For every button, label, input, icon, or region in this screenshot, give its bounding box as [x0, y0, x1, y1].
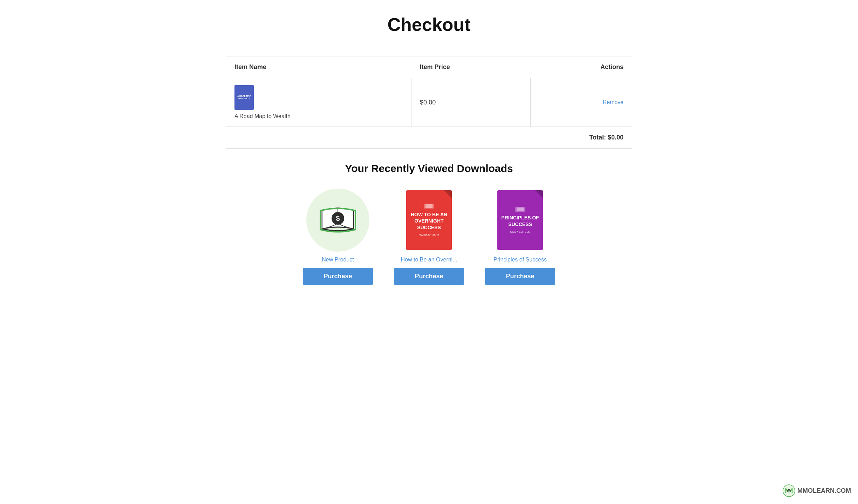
svg-rect-2 [425, 204, 433, 208]
product-card: HOW TO BE AN OVERNIGHT SUCCESS MARIA STU… [394, 189, 464, 285]
product-name-new-product[interactable]: New Product [322, 257, 354, 263]
col-header-actions: Actions [530, 56, 632, 78]
item-title: A Road Map to Wealth [234, 113, 291, 120]
brand-logo-icon2 [517, 207, 524, 211]
product-card: PRINCIPLES OF SUCCESS CODY SOTELO Princi… [485, 189, 555, 285]
book-title-overnight: HOW TO BE AN OVERNIGHT SUCCESS [410, 211, 448, 231]
book-title-principles: PRINCIPLES OF SUCCESS [501, 214, 539, 227]
total-amount: Total: $0.00 [226, 127, 632, 149]
col-header-item-price: Item Price [411, 56, 531, 78]
book-cover-red: HOW TO BE AN OVERNIGHT SUCCESS MARIA STU… [406, 190, 452, 250]
product-image-overnight-success: HOW TO BE AN OVERNIGHT SUCCESS MARIA STU… [397, 189, 461, 252]
svg-rect-3 [517, 207, 524, 211]
col-header-item-name: Item Name [226, 56, 411, 78]
brand-icon [515, 207, 525, 212]
brand-logo-icon [425, 204, 433, 208]
actions-cell: Remove [530, 78, 632, 127]
recently-viewed-section: Your Recently Viewed Downloads [226, 163, 632, 285]
product-name-principles[interactable]: Principles of Success [493, 257, 547, 263]
remove-button[interactable]: Remove [602, 99, 624, 105]
book-dollar-icon: $ [319, 204, 357, 236]
book-author-principles: CODY SOTELO [510, 230, 530, 233]
book-icon-wrapper: $ [306, 189, 369, 252]
product-name-overnight[interactable]: How to Be an Overni... [401, 257, 457, 263]
page-title: Checkout [226, 14, 632, 35]
svg-text:$: $ [336, 214, 340, 222]
brand-icon [424, 204, 434, 209]
products-grid: $ New Product Purchase H [226, 189, 632, 285]
total-row: Total: $0.00 [226, 127, 632, 149]
product-image-principles: PRINCIPLES OF SUCCESS CODY SOTELO [489, 189, 552, 252]
item-price: $0.00 [411, 78, 531, 127]
product-card: $ New Product Purchase [303, 189, 373, 285]
book-author-overnight: MARIA STUART [419, 233, 440, 237]
item-thumbnail: A ROAD MAP TO WEALTH [234, 85, 254, 110]
book-cover-purple: PRINCIPLES OF SUCCESS CODY SOTELO [497, 190, 543, 250]
product-image-new-product: $ [306, 189, 369, 252]
purchase-button-principles[interactable]: Purchase [485, 268, 555, 285]
item-name-cell: A ROAD MAP TO WEALTH A Road Map to Wealt… [226, 78, 411, 127]
checkout-table: Item Name Item Price Actions A ROAD MAP … [226, 56, 632, 149]
purchase-button-overnight[interactable]: Purchase [394, 268, 464, 285]
table-row: A ROAD MAP TO WEALTH A Road Map to Wealt… [226, 78, 632, 127]
recently-viewed-title: Your Recently Viewed Downloads [226, 163, 632, 175]
purchase-button-new-product[interactable]: Purchase [303, 268, 373, 285]
